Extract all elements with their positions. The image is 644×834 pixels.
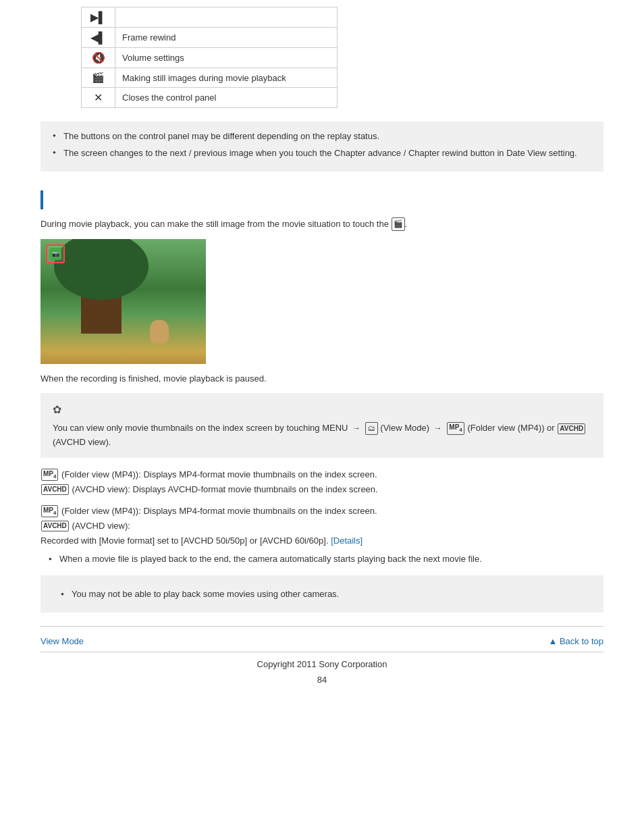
- icon-cell: 🎬: [82, 68, 115, 88]
- section-bar: [41, 190, 43, 209]
- tip-folder-view-mp4: (Folder view (MP4)) or: [467, 423, 554, 433]
- info-mp4-line: MP4 (Folder view (MP4)): Displays MP4-fo…: [41, 467, 603, 482]
- copyright-text: Copyright 2011 Sony Corporation: [257, 659, 387, 669]
- note-item: The buttons on the control panel may be …: [53, 130, 591, 144]
- table-row: ✕ Closes the control panel: [82, 88, 338, 108]
- tip-icon: ✿: [53, 401, 591, 419]
- info-avchd-line-2: AVCHD (AVCHD view):: [41, 519, 603, 533]
- control-table: ▶▌ ◀▌ Frame rewind 🔇 Volume settings: [81, 7, 338, 108]
- tip-avchd-view: (AVCHD view).: [53, 437, 111, 447]
- info-bullet-list: When a movie file is played back to the …: [49, 552, 603, 566]
- volume-icon: 🔇: [92, 52, 105, 63]
- frame-rewind-icon: ◀▌: [90, 32, 106, 43]
- camera-image: 📷: [41, 239, 206, 364]
- mp4-badge-1: MP4: [41, 469, 58, 481]
- capture-inline-icon: 🎬: [392, 217, 405, 231]
- mp4-text-1: (Folder view (MP4)): Displays MP4-format…: [61, 469, 377, 479]
- tip-view-mode-label: (View Mode): [380, 423, 429, 433]
- cat-figure: [150, 320, 169, 344]
- tip-text-before: You can view only movie thumbnails on th…: [53, 423, 348, 433]
- description-cell: [115, 7, 338, 28]
- avchd-text-1: (AVCHD view): Displays AVCHD-format movi…: [72, 484, 377, 494]
- icon-cell: ▶▌: [82, 7, 115, 28]
- section-description: During movie playback, you can make the …: [41, 217, 603, 232]
- step-forward-icon: ▶▌: [90, 11, 106, 23]
- back-to-top-link[interactable]: Back to top: [548, 636, 603, 646]
- icon-cell: ◀▌: [82, 28, 115, 48]
- capture-overlay-icon: 📷: [46, 244, 65, 263]
- avchd-text-2: (AVCHD view):: [72, 521, 130, 531]
- mp4-text-2: (Folder view (MP4)): Displays MP4-format…: [61, 506, 377, 516]
- avchd-badge-1: AVCHD: [41, 484, 69, 495]
- table-row: ▶▌: [82, 7, 338, 28]
- bullet-item: When a movie file is played back to the …: [49, 552, 603, 566]
- capture-overlay-inner: 📷: [49, 248, 61, 260]
- menu-arrow-2: →: [434, 423, 442, 433]
- avchd-badge-2: AVCHD: [41, 521, 69, 531]
- description-cell: Making still images during movie playbac…: [115, 68, 338, 88]
- recorded-line: Recorded with [Movie format] set to [AVC…: [41, 533, 603, 548]
- camera-icon-small: 📷: [52, 251, 59, 257]
- tree-top: [54, 239, 149, 300]
- description-cell: Volume settings: [115, 48, 338, 68]
- info-avchd-line: AVCHD (AVCHD view): Displays AVCHD-forma…: [41, 482, 603, 497]
- icon-cell: ✕: [82, 88, 115, 108]
- view-mode-link[interactable]: View Mode: [41, 636, 84, 646]
- icon-cell: 🔇: [82, 48, 115, 68]
- description-cell: Closes the control panel: [115, 88, 338, 108]
- recording-note: When the recording is finished, movie pl…: [41, 373, 603, 384]
- avchd-badge-tip: AVCHD: [558, 423, 585, 434]
- note-item: The screen changes to the next / previou…: [53, 147, 591, 161]
- info-mp4-line-2: MP4 (Folder view (MP4)): Displays MP4-fo…: [41, 504, 603, 519]
- note-box-1: The buttons on the control panel may be …: [41, 122, 603, 172]
- table-row: 🎬 Making still images during movie playb…: [82, 68, 338, 88]
- tip-box: ✿ You can view only movie thumbnails on …: [41, 393, 603, 457]
- recorded-text: Recorded with [Movie format] set to [AVC…: [41, 536, 329, 546]
- table-row: ◀▌ Frame rewind: [82, 28, 338, 48]
- mp4-badge-tip: MP4: [447, 422, 464, 434]
- note-list-1: The buttons on the control panel may be …: [53, 130, 591, 161]
- info-section-1: MP4 (Folder view (MP4)): Displays MP4-fo…: [41, 467, 603, 497]
- footer-nav: View Mode Back to top: [41, 626, 603, 652]
- page-container: ▶▌ ◀▌ Frame rewind 🔇 Volume settings: [0, 0, 644, 692]
- bottom-note-list: You may not be able to play back some mo…: [61, 588, 591, 601]
- capture-icon: 🎬: [92, 72, 105, 83]
- bottom-note-item: You may not be able to play back some mo…: [61, 588, 591, 601]
- menu-arrow-1: →: [352, 423, 360, 433]
- info-section-2: MP4 (Folder view (MP4)): Displays MP4-fo…: [41, 504, 603, 566]
- bottom-note-box: You may not be able to play back some mo…: [41, 575, 603, 613]
- table-row: 🔇 Volume settings: [82, 48, 338, 68]
- description-cell: Frame rewind: [115, 28, 338, 48]
- close-icon: ✕: [94, 92, 103, 103]
- mp4-badge-2: MP4: [41, 505, 58, 517]
- main-content: ▶▌ ◀▌ Frame rewind 🔇 Volume settings: [0, 7, 644, 692]
- copyright-bar: Copyright 2011 Sony Corporation: [41, 652, 603, 672]
- view-mode-icon: 🗂: [365, 422, 378, 436]
- details-link[interactable]: [Details]: [331, 536, 363, 546]
- page-number: 84: [41, 672, 603, 692]
